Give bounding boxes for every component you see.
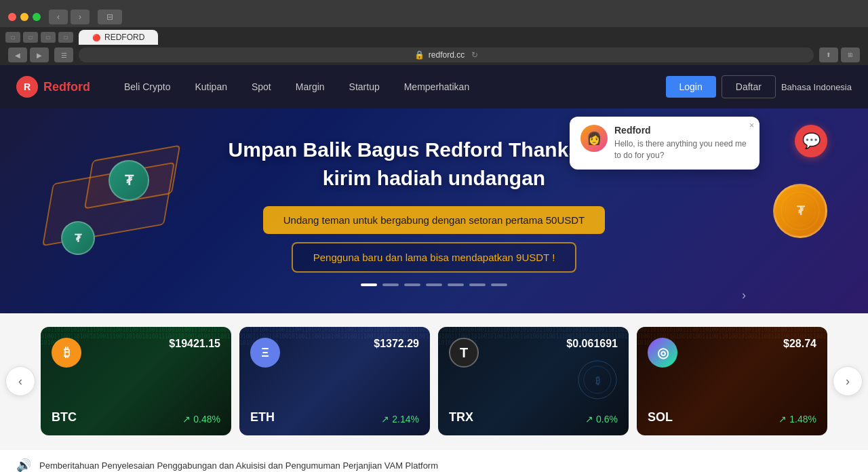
crypto-cards-section: ‹ 10011010010100111001101001010011100110… <box>0 313 868 449</box>
reload-icon[interactable]: ↻ <box>471 50 478 60</box>
trx-change: ↗ 0.6% <box>585 414 618 425</box>
sol-price: $28.74 <box>783 338 816 350</box>
nav-beli-crypto[interactable]: Beli Crypto <box>112 65 182 109</box>
trx-card-bottom: TRX ↗ 0.6% <box>449 410 618 425</box>
chat-message: Hello, is there anything you need me to … <box>614 138 749 161</box>
tab-icon-3[interactable]: □ <box>41 32 56 43</box>
tab-label: REDFORD <box>104 33 144 42</box>
nav-margin[interactable]: Margin <box>283 65 337 109</box>
dot-1[interactable] <box>361 283 377 286</box>
language-selector[interactable]: Bahasa Indonesia <box>781 82 852 92</box>
browser-tab[interactable]: 🔴 REDFORD <box>79 30 158 45</box>
nav-spot[interactable]: Spot <box>239 65 283 109</box>
trx-icon: T <box>449 338 479 368</box>
browser-chrome: ‹ › ⊟ □ □ □ □ 🔴 REDFORD ◀ ▶ ☰ 🔒 redford.… <box>0 0 868 65</box>
back-button[interactable]: ‹ <box>49 9 68 24</box>
dot-4[interactable] <box>426 283 442 286</box>
traffic-lights <box>8 13 41 21</box>
chat-content: Redford Hello, is there anything you nee… <box>614 125 749 161</box>
tether-coin-1: ₮ <box>108 160 149 201</box>
login-button[interactable]: Login <box>666 76 716 98</box>
eth-icon: Ξ <box>250 338 280 368</box>
hero-carousel-dots <box>361 283 507 286</box>
trx-symbol: TRX <box>449 410 473 425</box>
sidebar-toggle[interactable]: ☰ <box>61 52 67 59</box>
notification-text: Pemberitahuan Penyelesaian Penggabungan … <box>39 460 438 471</box>
sol-card-top: ◎ $28.74 <box>648 338 816 368</box>
hero-expand-button[interactable]: › <box>742 288 746 302</box>
trx-card-top: T $0.061691 <box>449 338 618 368</box>
notification-bar: 🔊 Pemberitahuan Penyelesaian Penggabunga… <box>0 449 868 472</box>
crypto-card-sol[interactable]: 1001101001010011100110100101001110011010… <box>637 327 827 435</box>
trx-price: $0.061691 <box>566 338 618 350</box>
url-bar[interactable]: 🔒 redford.cc ↻ <box>79 47 814 62</box>
dot-2[interactable] <box>382 283 399 286</box>
dot-5[interactable] <box>448 283 464 286</box>
share-button[interactable]: ⬆ <box>819 47 838 62</box>
crypto-card-trx[interactable]: 1001101001010011100110100101001110011010… <box>438 327 629 435</box>
hero-card-1: Undang teman untuk bergabung dengan seto… <box>263 206 605 234</box>
carousel-prev-button[interactable]: ‹ <box>5 366 35 396</box>
app-container: R Redford Beli Crypto Kutipan Spot Margi… <box>0 65 868 472</box>
register-button[interactable]: Daftar <box>722 75 776 98</box>
btc-change: ↗ 0.48% <box>182 414 220 425</box>
dot-7[interactable] <box>491 283 507 286</box>
nav-actions: Login Daftar Bahasa Indonesia <box>666 75 852 98</box>
hero-card-2: Pengguna baru dan lama bisa mendapatkan … <box>292 242 577 273</box>
maximize-window-button[interactable] <box>33 13 41 21</box>
nav-startup[interactable]: Startup <box>337 65 392 109</box>
tether-coin-2: ₮ <box>61 221 95 255</box>
navbar: R Redford Beli Crypto Kutipan Spot Margi… <box>0 65 868 109</box>
logo-icon: R <box>16 76 38 98</box>
chat-agent-name: Redford <box>614 125 749 136</box>
chat-avatar: 👩 <box>580 125 608 152</box>
notification-icon: 🔊 <box>16 458 31 472</box>
dot-3[interactable] <box>404 283 420 286</box>
sol-icon: ◎ <box>648 338 677 368</box>
carousel-next-button[interactable]: › <box>833 366 863 396</box>
tab-icon-4[interactable]: □ <box>58 32 73 43</box>
logo-text: Redford <box>43 80 90 94</box>
nav-back[interactable]: ◀ <box>8 47 27 62</box>
btc-card-top: ₿ $19421.15 <box>52 338 220 368</box>
lock-icon: 🔒 <box>414 50 425 60</box>
tab-icon-2[interactable]: □ <box>23 32 38 43</box>
eth-symbol: ETH <box>250 410 275 425</box>
url-text: redford.cc <box>429 50 465 60</box>
chat-close-button[interactable]: × <box>749 121 754 130</box>
nav-kutipan[interactable]: Kutipan <box>182 65 239 109</box>
btc-card-bottom: BTC ↗ 0.48% <box>52 410 220 425</box>
nav-links: Beli Crypto Kutipan Spot Margin Startup … <box>112 65 666 109</box>
chat-bubble: × 👩 Redford Hello, is there anything you… <box>570 117 760 170</box>
eth-card-bottom: ETH ↗ 2.14% <box>250 410 419 425</box>
eth-change: ↗ 2.14% <box>381 414 419 425</box>
nav-memperhatikan[interactable]: Memperhatikan <box>392 65 482 109</box>
minimize-window-button[interactable] <box>20 13 28 21</box>
hero-card-2-text: Pengguna baru dan lama bisa mendapatkan … <box>313 252 555 263</box>
reader-view-button[interactable]: ⊟ <box>98 9 122 24</box>
sol-symbol: SOL <box>648 410 673 425</box>
crypto-cards-container: 1001101001010011100110100101001110011010… <box>41 324 827 438</box>
btc-symbol: BTC <box>52 410 77 425</box>
svg-text:₿: ₿ <box>595 375 600 386</box>
extensions-button[interactable]: ⊞ <box>841 47 860 62</box>
eth-price: $1372.29 <box>374 338 419 350</box>
logo[interactable]: R Redford <box>16 76 90 98</box>
dot-6[interactable] <box>469 283 486 286</box>
sol-card-bottom: SOL ↗ 1.48% <box>648 410 816 425</box>
crypto-card-eth[interactable]: 1001101001010011100110100101001110011010… <box>239 327 430 435</box>
hero-section: ₮ ₮ ₮ × 👩 Redford Hello, is there anythi… <box>0 109 868 313</box>
sol-change: ↗ 1.48% <box>778 414 816 425</box>
crypto-card-btc[interactable]: 1001101001010011100110100101001110011010… <box>41 327 231 435</box>
tab-icon-1[interactable]: □ <box>5 32 20 43</box>
chat-fab-button[interactable]: 💬 <box>795 125 827 157</box>
nav-forward[interactable]: ▶ <box>30 47 49 62</box>
address-bar: ◀ ▶ ☰ 🔒 redford.cc ↻ ⬆ ⊞ <box>0 45 868 65</box>
close-window-button[interactable] <box>8 13 16 21</box>
forward-button[interactable]: › <box>71 9 90 24</box>
eth-card-top: Ξ $1372.29 <box>250 338 419 368</box>
btc-price: $19421.15 <box>169 338 220 350</box>
btc-icon: ₿ <box>52 338 81 368</box>
tab-favicon: 🔴 <box>92 34 100 41</box>
hero-card-1-text: Undang teman untuk bergabung dengan seto… <box>283 214 585 226</box>
